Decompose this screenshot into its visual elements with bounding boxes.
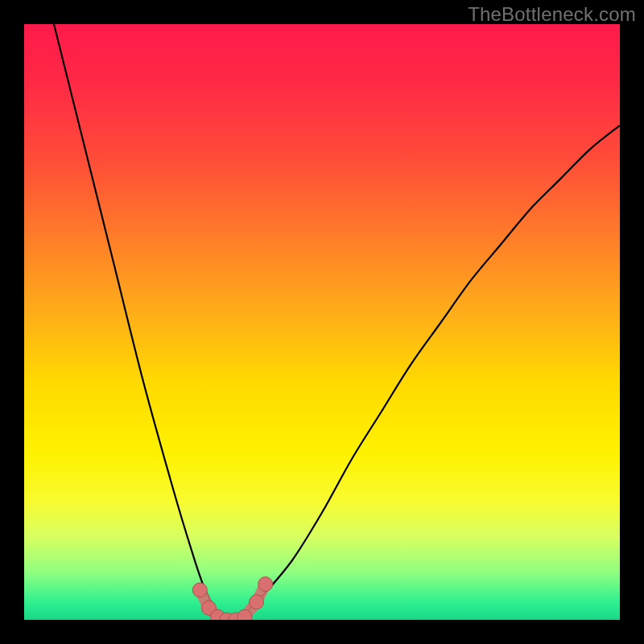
- outer-frame: TheBottleneck.com: [0, 0, 644, 644]
- valley-marker: [258, 577, 273, 592]
- heat-gradient-bg: [24, 24, 620, 620]
- valley-marker: [192, 583, 207, 597]
- watermark-text: TheBottleneck.com: [468, 3, 636, 26]
- valley-marker: [250, 595, 264, 609]
- valley-marker: [237, 609, 252, 620]
- chart-svg: [24, 24, 620, 620]
- plot-area: [24, 24, 620, 620]
